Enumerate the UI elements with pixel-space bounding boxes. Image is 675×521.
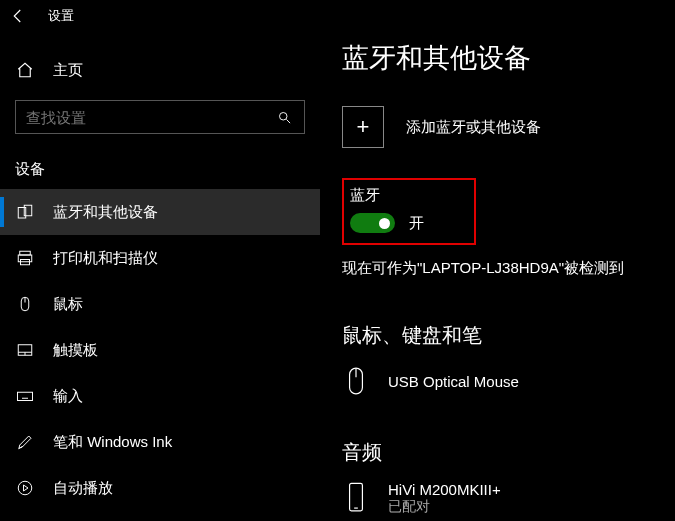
add-device-label: 添加蓝牙或其他设备 <box>406 118 541 137</box>
autoplay-icon <box>15 478 35 498</box>
plus-icon: + <box>342 106 384 148</box>
nav-printers[interactable]: 打印机和扫描仪 <box>0 235 320 281</box>
nav-autoplay[interactable]: 自动播放 <box>0 465 320 511</box>
section-mouse-keyboard: 鼠标、键盘和笔 <box>342 322 675 349</box>
home-label: 主页 <box>53 61 83 80</box>
svg-rect-3 <box>20 251 31 255</box>
bluetooth-state: 开 <box>409 214 424 233</box>
bluetooth-label: 蓝牙 <box>350 186 424 205</box>
search-input[interactable] <box>26 109 267 126</box>
device-row-mouse[interactable]: USB Optical Mouse <box>342 363 675 399</box>
nav-label: 鼠标 <box>53 295 83 314</box>
nav-label: 打印机和扫描仪 <box>53 249 158 268</box>
nav-label: 蓝牙和其他设备 <box>53 203 158 222</box>
nav-bluetooth[interactable]: 蓝牙和其他设备 <box>0 189 320 235</box>
add-device-button[interactable]: + 添加蓝牙或其他设备 <box>342 106 675 148</box>
bluetooth-toggle[interactable] <box>350 213 395 233</box>
nav-label: 笔和 Windows Ink <box>53 433 172 452</box>
nav-pen[interactable]: 笔和 Windows Ink <box>0 419 320 465</box>
page-title: 蓝牙和其他设备 <box>342 40 675 76</box>
bluetooth-devices-icon <box>15 202 35 222</box>
device-name: USB Optical Mouse <box>388 373 519 390</box>
svg-rect-20 <box>350 483 363 511</box>
mouse-device-icon <box>342 363 370 399</box>
nav-label: 触摸板 <box>53 341 98 360</box>
device-row-audio[interactable]: HiVi M200MKIII+ 已配对 <box>342 480 675 516</box>
search-icon <box>274 107 294 127</box>
nav-label: 输入 <box>53 387 83 406</box>
svg-point-0 <box>279 112 287 120</box>
pen-icon <box>15 432 35 452</box>
bluetooth-toggle-highlight: 蓝牙 开 <box>342 178 476 245</box>
nav-touchpad[interactable]: 触摸板 <box>0 327 320 373</box>
svg-rect-11 <box>18 392 33 400</box>
back-button[interactable] <box>8 6 28 26</box>
mouse-icon <box>15 294 35 314</box>
phone-device-icon <box>342 480 370 516</box>
search-box[interactable] <box>15 100 305 134</box>
window-title: 设置 <box>48 7 74 25</box>
device-name: HiVi M200MKIII+ <box>388 481 501 498</box>
nav-typing[interactable]: 输入 <box>0 373 320 419</box>
touchpad-icon <box>15 340 35 360</box>
svg-point-17 <box>18 481 32 495</box>
discoverable-status: 现在可作为"LAPTOP-LJ38HD9A"被检测到 <box>342 259 675 278</box>
nav-label: 自动播放 <box>53 479 113 498</box>
nav-mouse[interactable]: 鼠标 <box>0 281 320 327</box>
home-icon <box>15 60 35 80</box>
home-nav[interactable]: 主页 <box>0 48 320 92</box>
keyboard-icon <box>15 386 35 406</box>
printer-icon <box>15 248 35 268</box>
section-audio: 音频 <box>342 439 675 466</box>
section-header: 设备 <box>0 142 320 189</box>
device-status: 已配对 <box>388 498 501 516</box>
